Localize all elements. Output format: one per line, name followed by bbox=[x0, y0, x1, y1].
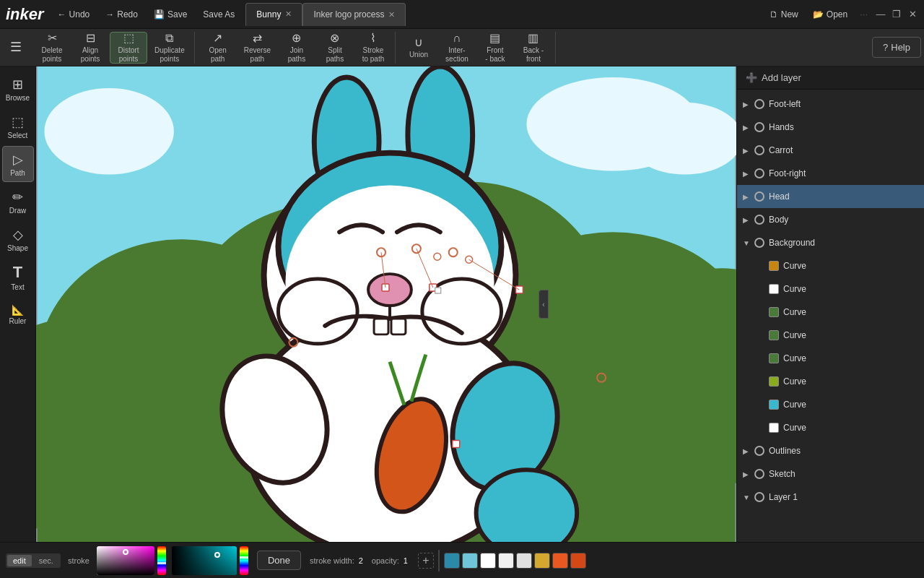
layer-item-curve-3[interactable]: ▶ Curve bbox=[751, 301, 924, 324]
layer-item-layer1[interactable]: ▼ Layer 1 bbox=[737, 486, 924, 509]
back-front-button[interactable]: ▥ Back -front bbox=[515, 32, 552, 64]
shape-icon: ◇ bbox=[13, 227, 23, 243]
duplicate-points-button[interactable]: ⧉ Duplicatepoints bbox=[148, 32, 191, 64]
maximize-button[interactable]: ❐ bbox=[891, 9, 902, 20]
new-button[interactable]: 🗋 New bbox=[764, 7, 803, 22]
path-icon: ▷ bbox=[13, 152, 23, 168]
add-layer-button[interactable]: ➕ Add layer bbox=[746, 72, 801, 83]
layer-item-foot-right[interactable]: ▶ Foot-right bbox=[737, 162, 924, 185]
canvas-area[interactable]: ‹ bbox=[36, 66, 736, 542]
open-path-button[interactable]: ↗ Openpath bbox=[199, 32, 237, 64]
layer-item-curve-4[interactable]: ▶ Curve bbox=[751, 324, 924, 347]
open-button[interactable]: 📂 Open bbox=[808, 7, 853, 22]
save-button[interactable]: 💾 Save bbox=[149, 7, 192, 22]
layer-item-curve-7[interactable]: ▶ Curve bbox=[751, 393, 924, 416]
app-logo: inker bbox=[6, 5, 44, 24]
layer-visibility-carrot[interactable] bbox=[754, 145, 764, 155]
hue-slider[interactable] bbox=[157, 546, 166, 575]
layer-item-outlines[interactable]: ▶ Outlines bbox=[737, 439, 924, 462]
tab-close-bunny[interactable]: ✕ bbox=[285, 9, 292, 19]
layer-visibility-background[interactable] bbox=[754, 238, 764, 248]
layer-visibility-hands[interactable] bbox=[754, 122, 764, 132]
front-back-button[interactable]: ▤ Front- back bbox=[476, 32, 514, 64]
layer-name-sketch: Sketch bbox=[769, 469, 796, 479]
layer-item-curve-5[interactable]: ▶ Curve bbox=[751, 347, 924, 370]
delete-points-button[interactable]: ✂ Deletepoints bbox=[33, 32, 71, 64]
layer-item-curve-8[interactable]: ▶ Curve bbox=[751, 416, 924, 439]
layer-visibility-body[interactable] bbox=[754, 215, 764, 225]
redo-button[interactable]: → Redo bbox=[100, 7, 143, 22]
undo-button[interactable]: ← Undo bbox=[53, 7, 95, 22]
ruler-tool[interactable]: 📐 Ruler bbox=[2, 296, 34, 332]
color-picker-fill bbox=[172, 546, 248, 575]
shape-tool[interactable]: ◇ Shape bbox=[2, 221, 34, 257]
hue-slider-fill[interactable] bbox=[240, 546, 248, 575]
reverse-path-button[interactable]: ⇄ Reversepath bbox=[237, 32, 277, 64]
done-button[interactable]: Done bbox=[257, 551, 301, 570]
swatch-yellow[interactable] bbox=[534, 553, 550, 569]
swatch-light-teal[interactable] bbox=[462, 553, 478, 569]
select-tool[interactable]: ⬚ Select bbox=[2, 108, 34, 144]
union-button[interactable]: ∪ Union bbox=[400, 32, 437, 64]
layer-item-head[interactable]: ▶ Head bbox=[737, 185, 924, 208]
layer-visibility-layer1[interactable] bbox=[754, 492, 764, 502]
swatch-light-gray[interactable] bbox=[498, 553, 514, 569]
layer-name-curve-2: Curve bbox=[783, 284, 806, 294]
layer-visibility-foot-left[interactable] bbox=[754, 99, 764, 109]
color-gradient-picker[interactable] bbox=[97, 546, 154, 575]
expand-panel-handle[interactable]: ‹ bbox=[539, 290, 549, 319]
browse-tool[interactable]: ⊞ Browse bbox=[2, 71, 34, 107]
mode-tab-sec[interactable]: sec. bbox=[33, 555, 59, 566]
menu-button[interactable]: ☰ bbox=[3, 32, 29, 64]
svg-rect-23 bbox=[374, 319, 388, 335]
tab-close-inker-logo[interactable]: ✕ bbox=[388, 10, 395, 20]
tab-bunny[interactable]: Bunny ✕ bbox=[245, 3, 302, 26]
layer-visibility-outlines[interactable] bbox=[754, 446, 764, 456]
layer-item-sketch[interactable]: ▶ Sketch bbox=[737, 462, 924, 486]
tab-inker-logo[interactable]: Inker logo process ✕ bbox=[302, 3, 406, 26]
right-panel: ➕ Add layer ▶ Foot-left ▶ Hands ▶ Carrot bbox=[736, 66, 924, 542]
layer-visibility-foot-right[interactable] bbox=[754, 168, 764, 178]
mode-tab-edit[interactable]: edit bbox=[7, 555, 32, 566]
layer-item-background[interactable]: ▼ Background bbox=[737, 231, 924, 254]
layer-arrow-hands: ▶ bbox=[743, 124, 751, 131]
text-tool[interactable]: T Text bbox=[2, 259, 34, 295]
stroke-label: stroke bbox=[68, 556, 90, 565]
help-button[interactable]: ? Help bbox=[872, 37, 921, 58]
left-sidebar: ⊞ Browse ⬚ Select ▷ Path ✏ Draw ◇ Shape … bbox=[0, 66, 36, 542]
svg-point-19 bbox=[278, 279, 357, 344]
layer-item-hands[interactable]: ▶ Hands bbox=[737, 116, 924, 139]
minimize-button[interactable]: — bbox=[875, 9, 886, 20]
layer-name-curve-3: Curve bbox=[783, 307, 806, 317]
layer-item-curve-1[interactable]: ▶ Curve bbox=[751, 254, 924, 277]
layer-item-foot-left[interactable]: ▶ Foot-left bbox=[737, 92, 924, 116]
layer-visibility-head[interactable] bbox=[754, 191, 764, 202]
swatch-gray[interactable] bbox=[516, 553, 532, 569]
close-button[interactable]: ✕ bbox=[907, 9, 918, 20]
save-as-button[interactable]: Save As bbox=[198, 7, 240, 22]
layer-arrow-background: ▼ bbox=[743, 239, 751, 247]
align-points-button[interactable]: ⊟ Alignpoints bbox=[71, 32, 109, 64]
layer-item-carrot[interactable]: ▶ Carrot bbox=[737, 139, 924, 162]
layer-item-curve-6[interactable]: ▶ Curve bbox=[751, 370, 924, 393]
layer-arrow-head: ▶ bbox=[743, 193, 751, 201]
color-gradient-picker-fill[interactable] bbox=[172, 546, 237, 575]
swatch-dark-orange[interactable] bbox=[570, 553, 586, 569]
split-paths-button[interactable]: ⊗ Splitpaths bbox=[316, 32, 354, 64]
swatch-teal[interactable] bbox=[444, 553, 460, 569]
layer-visibility-sketch[interactable] bbox=[754, 469, 764, 479]
join-paths-button[interactable]: ⊕ Joinpaths bbox=[278, 32, 315, 64]
swatch-orange[interactable] bbox=[552, 553, 568, 569]
layer-item-curve-2[interactable]: ▶ Curve bbox=[751, 277, 924, 301]
browse-icon: ⊞ bbox=[12, 77, 23, 92]
svg-rect-24 bbox=[391, 319, 406, 335]
path-tool[interactable]: ▷ Path bbox=[2, 146, 34, 182]
draw-tool[interactable]: ✏ Draw bbox=[2, 184, 34, 220]
draw-icon: ✏ bbox=[12, 189, 23, 205]
layer-item-body[interactable]: ▶ Body bbox=[737, 208, 924, 231]
swatch-white[interactable] bbox=[480, 553, 496, 569]
stroke-to-path-button[interactable]: ⌇ Stroketo path bbox=[354, 32, 392, 64]
distort-points-button[interactable]: ⬚ Distortpoints bbox=[110, 32, 147, 64]
add-swatch-button[interactable]: + bbox=[418, 553, 434, 569]
intersection-button[interactable]: ∩ Inter-section bbox=[438, 32, 476, 64]
